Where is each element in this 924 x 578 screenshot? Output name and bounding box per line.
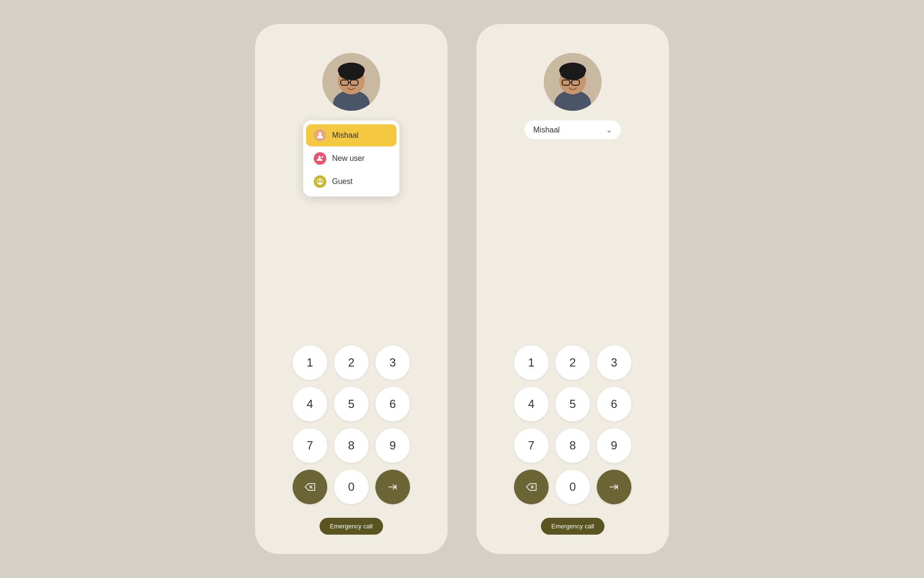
key-enter-right[interactable] [597, 470, 631, 504]
key-5-left[interactable]: 5 [334, 387, 369, 421]
mishaal-icon [314, 129, 326, 142]
key-2-left[interactable]: 2 [334, 345, 369, 380]
svg-point-9 [319, 156, 321, 158]
emergency-button-right[interactable]: Emergency call [541, 518, 605, 535]
svg-point-8 [319, 132, 321, 135]
user-dropdown-menu: Mishaal New user Guest [303, 120, 399, 197]
key-6-right[interactable]: 6 [597, 387, 631, 421]
guest-icon [314, 175, 326, 188]
key-9-right[interactable]: 9 [597, 428, 631, 463]
guest-label: Guest [332, 177, 353, 186]
numpad-left: 1 2 3 4 5 6 7 8 9 0 [293, 345, 410, 504]
avatar-right [544, 53, 602, 111]
svg-point-4 [339, 66, 364, 80]
key-8-right[interactable]: 8 [555, 428, 590, 463]
left-phone: Mishaal New user Guest [255, 24, 448, 554]
key-0-right[interactable]: 0 [555, 470, 590, 504]
new-user-icon [314, 152, 326, 165]
key-2-right[interactable]: 2 [555, 345, 590, 380]
menu-item-guest[interactable]: Guest [306, 171, 397, 193]
key-8-left[interactable]: 8 [334, 428, 369, 463]
key-backspace-right[interactable] [514, 470, 549, 504]
key-4-right[interactable]: 4 [514, 387, 549, 421]
menu-item-mishaal[interactable]: Mishaal [306, 124, 397, 146]
key-9-left[interactable]: 9 [375, 428, 410, 463]
key-1-right[interactable]: 1 [514, 345, 549, 380]
key-6-left[interactable]: 6 [375, 387, 410, 421]
svg-point-13 [319, 180, 321, 182]
key-backspace-left[interactable] [293, 470, 327, 504]
avatar-left [322, 53, 380, 111]
user-selector-right[interactable]: Mishaal ⌄ [525, 120, 621, 139]
key-5-right[interactable]: 5 [555, 387, 590, 421]
menu-item-new-user[interactable]: New user [306, 147, 397, 170]
key-enter-left[interactable] [375, 470, 410, 504]
right-phone: Mishaal ⌄ 1 2 3 4 5 6 7 8 9 0 Emer [476, 24, 669, 554]
chevron-down-icon: ⌄ [606, 125, 612, 134]
key-1-left[interactable]: 1 [293, 345, 327, 380]
selected-user-label: Mishaal [533, 126, 600, 134]
key-3-right[interactable]: 3 [597, 345, 631, 380]
key-7-left[interactable]: 7 [293, 428, 327, 463]
new-user-label: New user [332, 154, 365, 163]
emergency-button-left[interactable]: Emergency call [320, 518, 384, 535]
key-0-left[interactable]: 0 [334, 470, 369, 504]
key-4-left[interactable]: 4 [293, 387, 327, 421]
key-7-right[interactable]: 7 [514, 428, 549, 463]
mishaal-label: Mishaal [332, 131, 359, 140]
svg-point-22 [560, 66, 585, 80]
key-3-left[interactable]: 3 [375, 345, 410, 380]
numpad-right: 1 2 3 4 5 6 7 8 9 0 [514, 345, 631, 504]
